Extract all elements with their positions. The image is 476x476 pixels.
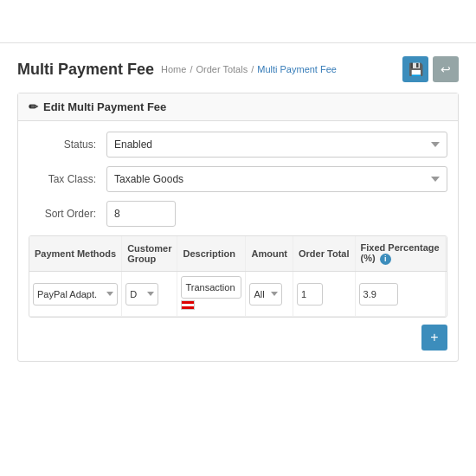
order-total-input[interactable]: [297, 283, 323, 306]
breadcrumb-sep1: /: [190, 64, 192, 74]
cell-payment-method: PayPal Adapt.: [29, 272, 122, 317]
add-icon: +: [430, 330, 438, 345]
customer-group-select[interactable]: D: [125, 283, 158, 306]
table-row: PayPal Adapt. D: [29, 272, 447, 317]
status-select[interactable]: Enabled: [106, 132, 447, 158]
panel-body: Status: Enabled Tax Class: Taxable Goods…: [18, 121, 458, 361]
top-bar: [0, 0, 476, 43]
pencil-icon: ✏: [29, 100, 38, 113]
panel-title: Edit Multi Payment Fee: [43, 100, 166, 113]
save-icon: 💾: [408, 62, 423, 76]
cell-order-total: [293, 272, 355, 317]
flag-icon: [181, 300, 195, 310]
col-customer-group: CustomerGroup: [122, 236, 177, 272]
page-header: Multi Payment Fee Home / Order Totals / …: [17, 56, 459, 82]
breadcrumb-current: Multi Payment Fee: [257, 64, 337, 74]
breadcrumb-sep2: /: [251, 64, 254, 74]
cell-customer-group: D: [122, 272, 177, 317]
tax-class-label: Tax Class:: [29, 173, 106, 185]
fixed-pct-input[interactable]: [359, 283, 398, 306]
amount-select[interactable]: All: [249, 283, 282, 306]
payment-table-container: Payment Methods CustomerGroup Descriptio…: [29, 235, 447, 318]
page-wrapper: Multi Payment Fee Home / Order Totals / …: [0, 0, 476, 476]
description-input[interactable]: [181, 276, 241, 299]
cell-fixed-fee: [445, 272, 447, 317]
breadcrumb-home[interactable]: Home: [161, 64, 186, 74]
save-button[interactable]: 💾: [402, 56, 428, 82]
fixed-pct-info-icon[interactable]: i: [380, 254, 391, 265]
tax-class-field: Tax Class: Taxable Goods: [29, 166, 447, 192]
content-area: Multi Payment Fee Home / Order Totals / …: [0, 43, 476, 388]
back-icon: ↩: [441, 62, 451, 76]
main-panel: ✏ Edit Multi Payment Fee Status: Enabled…: [17, 93, 459, 362]
add-row-button[interactable]: +: [421, 325, 447, 351]
breadcrumb-order-totals[interactable]: Order Totals: [196, 64, 248, 74]
col-description: Description: [177, 236, 246, 272]
col-fixed-percentage: Fixed Percentage(%) i: [355, 236, 445, 272]
status-field: Status: Enabled: [29, 132, 447, 158]
page-header-left: Multi Payment Fee Home / Order Totals / …: [17, 61, 337, 79]
tax-class-select[interactable]: Taxable Goods: [106, 166, 447, 192]
cell-amount: All: [246, 272, 293, 317]
header-buttons: 💾 ↩: [402, 56, 459, 82]
payment-table: Payment Methods CustomerGroup Descriptio…: [29, 236, 447, 317]
sort-order-label: Sort Order:: [29, 208, 106, 220]
cell-description: [177, 272, 246, 317]
panel-heading: ✏ Edit Multi Payment Fee: [18, 93, 458, 121]
sort-order-field: Sort Order:: [29, 201, 447, 227]
status-label: Status:: [29, 138, 106, 151]
table-body: PayPal Adapt. D: [29, 272, 447, 317]
cell-fixed-pct: [355, 272, 445, 317]
breadcrumb: Home / Order Totals / Multi Payment Fee: [161, 64, 337, 74]
col-amount: Amount: [246, 236, 293, 272]
page-title: Multi Payment Fee: [17, 61, 154, 79]
back-button[interactable]: ↩: [433, 56, 459, 82]
col-payment-methods: Payment Methods: [29, 236, 122, 272]
sort-order-input[interactable]: [106, 201, 176, 227]
col-fixed-fee: Fixed Fee i: [445, 236, 447, 272]
table-header: Payment Methods CustomerGroup Descriptio…: [29, 236, 447, 272]
col-order-total: Order Total: [293, 236, 355, 272]
payment-method-select[interactable]: PayPal Adapt.: [33, 283, 118, 306]
